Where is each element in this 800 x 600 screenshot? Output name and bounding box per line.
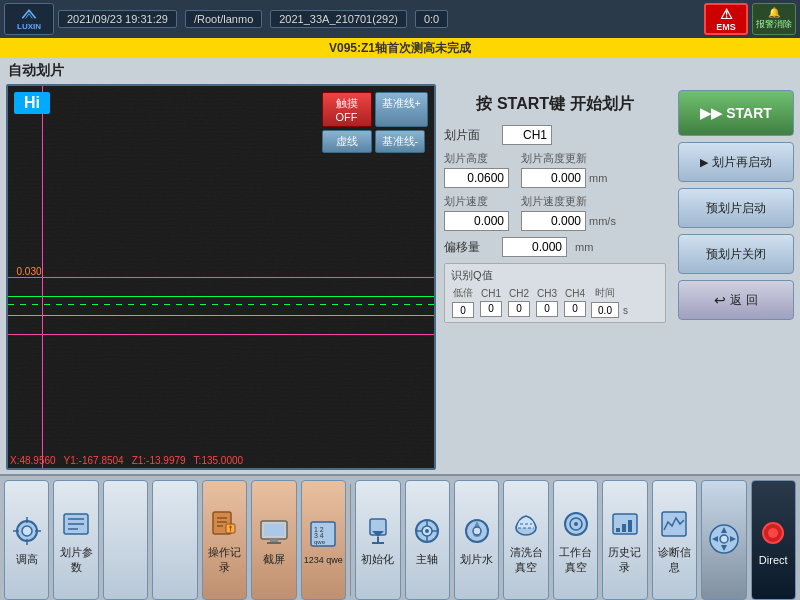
baseline-plus-button[interactable]: 基准线+	[375, 92, 428, 127]
coord-y: Y1:-167.8504	[64, 455, 124, 466]
svg-rect-47	[628, 520, 632, 532]
toolbar-screen[interactable]: 截屏	[251, 480, 296, 600]
offset-section: 偏移量 mm	[444, 237, 666, 257]
spindle-label: 主轴	[416, 552, 438, 567]
speed-update-row: mm/s	[521, 211, 616, 231]
speed-update-input[interactable]	[521, 211, 586, 231]
toolbar-oplog[interactable]: 操作记录	[202, 480, 247, 600]
datetime: 2021/09/23 19:31:29	[58, 10, 177, 28]
screen-icon	[256, 513, 292, 549]
q-ch3-input[interactable]	[536, 301, 558, 317]
offset-label: 偏移量	[444, 239, 494, 256]
side-buttons: ▶▶ START ▶ 划片再启动 预划片启动 预划片关闭 ↩ 返 回	[674, 84, 794, 470]
height-input[interactable]	[444, 168, 509, 188]
height-field: 划片高度	[444, 151, 509, 188]
toolbar-params[interactable]: 划片参数	[53, 480, 98, 600]
focus-icon	[9, 513, 45, 549]
baseline-green2	[8, 315, 434, 316]
toolbar-blank2[interactable]	[152, 480, 197, 600]
top-info: 2021/09/23 19:31:29 /Root/lanmo 2021_33A…	[58, 10, 700, 28]
init-label: 初始化	[361, 552, 394, 567]
offset-unit: mm	[575, 241, 593, 253]
start-button[interactable]: ▶▶ START	[678, 90, 794, 136]
joystick-icon	[706, 521, 742, 557]
toolbar-work-vac[interactable]: 工作台真空	[553, 480, 598, 600]
virtual-line-button[interactable]: 虚线	[322, 130, 372, 153]
svg-rect-20	[267, 542, 281, 544]
height-update-row: mm	[521, 168, 607, 188]
keypad-icon: 1 2 3 4 qwe	[305, 516, 341, 552]
counter: 0:0	[415, 10, 448, 28]
toolbar-direct[interactable]: Direct	[751, 480, 796, 600]
history-label: 历史记录	[605, 545, 644, 575]
svg-point-43	[574, 522, 578, 526]
baseline-green	[8, 296, 434, 297]
direct-icon	[755, 515, 791, 551]
svg-point-1	[22, 526, 32, 536]
toolbar-diag[interactable]: 诊断信息	[652, 480, 697, 600]
q-ch1-input[interactable]	[480, 301, 502, 317]
direct-label: Direct	[759, 554, 788, 566]
work-vac-label: 工作台真空	[556, 545, 595, 575]
toolbar-water[interactable]: 划片水	[454, 480, 499, 600]
logo-text: LUXIN	[17, 22, 41, 31]
cut-line-pink2	[8, 334, 434, 335]
toolbar-blank1[interactable]	[103, 480, 148, 600]
offset-input[interactable]	[502, 237, 567, 257]
coord-z: Z1:-13.9979	[132, 455, 186, 466]
q-ch2-input[interactable]	[508, 301, 530, 317]
q-time-input[interactable]	[591, 302, 619, 318]
svg-rect-46	[622, 524, 626, 532]
q-col-lobei: 低倍	[451, 286, 475, 318]
report-button[interactable]: 🔔 报警消除	[752, 3, 796, 35]
q-col-ch2: CH2	[507, 288, 531, 317]
svg-point-56	[768, 528, 778, 538]
diag-icon	[656, 506, 692, 542]
oplog-icon	[206, 506, 242, 542]
speed-input[interactable]	[444, 211, 509, 231]
toolbar-spindle[interactable]: 主轴	[405, 480, 450, 600]
height-update-input[interactable]	[521, 168, 586, 188]
job: 2021_33A_210701(292)	[270, 10, 407, 28]
q-table: 低倍 CH1 CH2 CH3 CH4	[451, 286, 659, 318]
history-icon	[607, 506, 643, 542]
init-icon	[360, 513, 396, 549]
blank2-icon	[157, 521, 193, 557]
restart-button[interactable]: ▶ 划片再启动	[678, 142, 794, 182]
touch-button[interactable]: 触摸 OFF	[322, 92, 372, 127]
oplog-label: 操作记录	[205, 545, 244, 575]
q-col-ch4: CH4	[563, 288, 587, 317]
water-label: 划片水	[460, 552, 493, 567]
height-update-label: 划片高度更新	[521, 151, 607, 166]
channel-input[interactable]	[502, 125, 552, 145]
svg-rect-48	[662, 512, 686, 536]
q-col-ch1: CH1	[479, 288, 503, 317]
toolbar-focus[interactable]: 调高	[4, 480, 49, 600]
baseline-minus-button[interactable]: 基准线-	[375, 130, 426, 153]
height-label: 划片高度	[444, 151, 509, 166]
main-content: 0.030 Hi 触摸 OFF 基准线+ 虚线	[0, 84, 800, 474]
speed-label: 划片速度	[444, 194, 509, 209]
cut-line-pink	[8, 277, 434, 278]
ems-button[interactable]: ⚠ EMS	[704, 3, 748, 35]
toolbar-keypad[interactable]: 1 2 3 4 qwe 1234 qwe	[301, 480, 346, 600]
pre-start-button[interactable]: 预划片启动	[678, 188, 794, 228]
q-unit: s	[623, 305, 628, 316]
toolbar-joystick[interactable]	[701, 480, 746, 600]
toolbar-clean[interactable]: 清洗台真空	[503, 480, 548, 600]
pre-stop-button[interactable]: 预划片关闭	[678, 234, 794, 274]
speed-section: 划片速度 划片速度更新 mm/s	[444, 194, 666, 231]
toolbar-history[interactable]: 历史记录	[602, 480, 647, 600]
status-banner: V095:Z1轴首次测高未完成	[0, 38, 800, 58]
speed-unit: mm/s	[589, 215, 616, 227]
return-button[interactable]: ↩ 返 回	[678, 280, 794, 320]
speed-update-label: 划片速度更新	[521, 194, 616, 209]
toolbar-init[interactable]: 初始化	[355, 480, 400, 600]
svg-text:3 4: 3 4	[314, 532, 324, 539]
hi-badge: Hi	[14, 92, 50, 114]
q-ch4-input[interactable]	[564, 301, 586, 317]
svg-point-54	[720, 535, 728, 543]
q-title: 识别Q值	[451, 268, 659, 283]
bottom-toolbar: 调高 划片参数	[0, 474, 800, 600]
q-lobei-input[interactable]	[452, 302, 474, 318]
